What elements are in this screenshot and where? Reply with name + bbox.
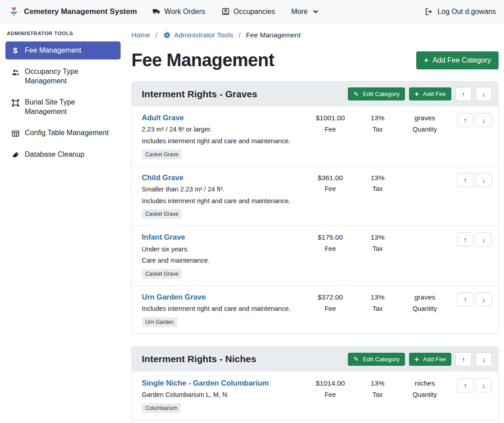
fee-amount-label: Fee (305, 391, 356, 398)
fee-amount: $1001.00 (305, 114, 356, 123)
category-card-graves: Interment Rights - Graves ✎ Edit Categor… (131, 81, 499, 334)
fee-amount: $175.00 (305, 233, 356, 242)
move-fee-down-button[interactable]: ↓ (476, 113, 492, 127)
fee-quantity: niches (400, 379, 450, 388)
fee-description: 2.23 m² / 24 ft² or larger. (142, 125, 302, 134)
fee-row: Companion Niche - Garden Columbarium Gar… (132, 419, 498, 423)
plus-icon: + (414, 91, 419, 97)
fee-quantity: graves (400, 114, 450, 123)
fee-name-link[interactable]: Urn Garden Grave (142, 292, 206, 302)
fee-name-link[interactable]: Child Grave (142, 173, 184, 182)
move-fee-up-button[interactable]: ↑ (457, 292, 473, 306)
fee-quantity-column (400, 232, 450, 236)
vector-square-icon (11, 99, 20, 107)
sidebar-item-occupancy-type-management[interactable]: Occupancy Type Management (5, 63, 121, 90)
nav-work-orders[interactable]: Work Orders (152, 7, 205, 16)
fee-tax: 13% (356, 293, 400, 302)
page-title: Fee Management (131, 50, 274, 70)
fee-tax-column: 13% Tax (356, 173, 400, 193)
nav-occupancies[interactable]: Occupancies (221, 7, 275, 16)
sidebar-item-burial-site-type-management[interactable]: Burial Site Type Management (5, 93, 121, 121)
move-fee-down-button[interactable]: ↓ (476, 173, 492, 187)
breadcrumb-separator: / (238, 31, 240, 39)
plus-icon: + (424, 57, 428, 64)
chevron-down-icon (311, 7, 320, 16)
fee-quantity-label: Quantity (400, 126, 450, 133)
move-fee-down-button[interactable]: ↓ (476, 232, 492, 246)
sidebar-item-fee-management[interactable]: $ Fee Management (5, 41, 121, 59)
move-fee-up-button[interactable]: ↑ (457, 173, 473, 187)
breadcrumb-administrator-tools[interactable]: Administrator Tools (163, 31, 234, 39)
pencil-icon: ✎ (353, 356, 359, 362)
fee-description: Includes interment right and care and ma… (142, 305, 302, 314)
sidebar-heading: ADMINISTRATOR TOOLS (5, 31, 121, 41)
move-fee-down-button[interactable]: ↓ (476, 292, 492, 306)
fee-type-badge: Casket Grave (142, 209, 182, 219)
fee-row: Urn Garden Grave Includes interment righ… (132, 285, 498, 333)
fee-tax: 13% (356, 173, 400, 183)
fee-amount-label: Fee (305, 305, 356, 312)
fee-tax-column: 13% Tax (356, 378, 400, 398)
nav-links: Work Orders Occupancies More (152, 7, 320, 16)
fee-tax-label: Tax (356, 126, 400, 133)
fee-type-badge: Columbarium (142, 403, 181, 413)
main-content: Home / Administrator Tools / Fee Managem… (126, 23, 504, 423)
fee-quantity-label: Quantity (400, 305, 450, 312)
sidebar: ADMINISTRATOR TOOLS $ Fee Management Occ… (0, 23, 126, 423)
category-card-niches: Interment Rights - Niches ✎ Edit Categor… (131, 346, 499, 423)
fee-amount-column: $372.00 Fee (305, 292, 356, 312)
breadcrumb-separator: / (155, 31, 157, 39)
fee-row: Adult Grave 2.23 m² / 24 ft² or larger. … (132, 106, 498, 166)
move-fee-up-button[interactable]: ↑ (457, 113, 473, 127)
fee-name-link[interactable]: Single Niche - Garden Columbarium (142, 378, 269, 388)
move-fee-up-button[interactable]: ↑ (457, 378, 473, 392)
add-fee-button[interactable]: + Add Fee (409, 87, 451, 100)
move-fee-down-button[interactable]: ↓ (476, 378, 492, 392)
gear-icon (163, 31, 171, 39)
fee-amount-column: $361.00 Fee (305, 173, 356, 193)
move-category-down-button[interactable]: ↓ (476, 352, 492, 366)
edit-category-button[interactable]: ✎ Edit Category (348, 87, 405, 100)
sidebar-item-database-cleanup[interactable]: Database Cleanup (5, 146, 121, 164)
fee-type-badge: Urn Garden (142, 317, 177, 327)
fee-amount: $372.00 (305, 293, 356, 302)
breadcrumb-current: Fee Management (246, 31, 301, 39)
fee-tax-label: Tax (356, 185, 400, 192)
edit-category-button[interactable]: ✎ Edit Category (348, 353, 405, 366)
add-fee-category-button[interactable]: + Add Fee Category (416, 51, 499, 69)
fee-row: Child Grave Smaller than 2.23 m² / 24 ft… (132, 166, 498, 226)
move-category-up-button[interactable]: ↑ (455, 87, 472, 101)
fee-tax-column: 13% Tax (356, 232, 400, 252)
add-fee-button[interactable]: + Add Fee (409, 353, 451, 366)
fee-name-link[interactable]: Adult Grave (142, 113, 184, 123)
fee-description: Includes interment right and care and ma… (142, 197, 302, 206)
pencil-icon: ✎ (353, 91, 359, 97)
fee-type-badge: Casket Grave (142, 150, 182, 159)
fee-name-link[interactable]: Infant Grave (142, 232, 185, 242)
nav-more[interactable]: More (291, 7, 320, 16)
move-category-up-button[interactable]: ↑ (455, 352, 472, 366)
person-frame-icon (221, 7, 230, 16)
fee-row: Single Niche - Garden Columbarium Garden… (132, 372, 498, 419)
fee-type-badge: Casket Grave (142, 269, 182, 279)
brand[interactable]: Cemetery Management System (8, 6, 137, 18)
move-fee-up-button[interactable]: ↑ (457, 232, 473, 246)
fee-description: Smaller than 2.23 m² / 24 ft². (142, 185, 302, 194)
fee-tax-label: Tax (356, 305, 400, 312)
people-icon (11, 68, 20, 77)
sign-out-icon (424, 7, 433, 16)
breadcrumb-home[interactable]: Home (131, 31, 150, 39)
fee-amount-column: $175.00 Fee (305, 232, 356, 252)
category-title: Interment Rights - Graves (142, 89, 257, 100)
plus-icon: + (414, 356, 419, 363)
fee-quantity-column (400, 173, 450, 176)
fee-description: Includes interment right and care and ma… (142, 137, 302, 146)
fee-tax-label: Tax (356, 391, 400, 398)
fee-tax-label: Tax (356, 245, 400, 252)
move-category-down-button[interactable]: ↓ (476, 87, 492, 101)
tulip-logo-icon (8, 6, 20, 18)
logout-link[interactable]: Log Out d.gowans (424, 7, 496, 16)
category-header: Interment Rights - Graves ✎ Edit Categor… (132, 82, 498, 106)
breadcrumb: Home / Administrator Tools / Fee Managem… (131, 29, 499, 39)
sidebar-item-config-table-management[interactable]: Config Table Management (5, 124, 121, 142)
